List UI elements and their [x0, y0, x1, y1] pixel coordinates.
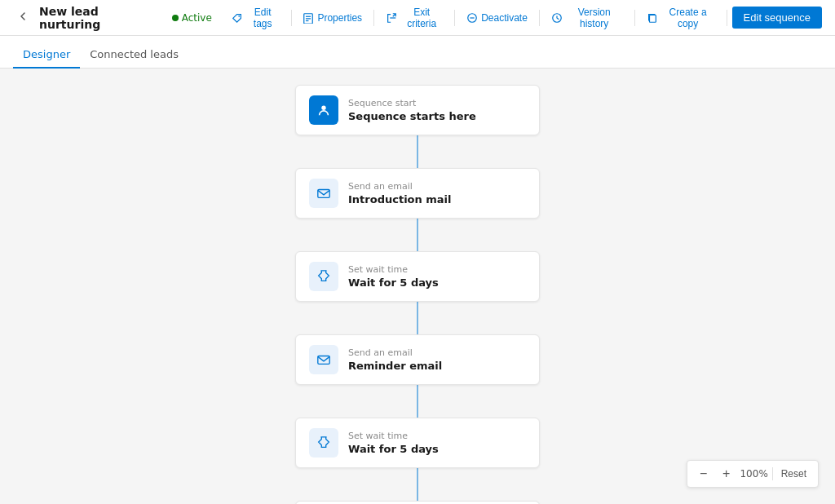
svg-point-0: [238, 15, 240, 16]
version-history-button[interactable]: Version history: [545, 3, 630, 33]
canvas: Sequence start Sequence starts here Send…: [0, 69, 835, 504]
zoom-decrease-button[interactable]: −: [694, 464, 714, 484]
deactivate-label: Deactivate: [481, 12, 528, 24]
sequence-flow: Sequence start Sequence starts here Send…: [0, 85, 835, 504]
svg-rect-12: [318, 356, 329, 365]
node-wait-2[interactable]: Set wait time Wait for 5 days: [295, 418, 540, 468]
active-label: Active: [182, 12, 212, 24]
active-badge: Active: [172, 12, 212, 24]
email-icon-2: [309, 345, 338, 374]
email-icon-1: [309, 179, 338, 208]
properties-label: Properties: [317, 12, 362, 24]
node-phone-call[interactable]: Make a phone call Call customer: [295, 501, 540, 504]
create-copy-button[interactable]: Create a copy: [640, 3, 722, 33]
connector-2: [417, 219, 418, 251]
deactivate-button[interactable]: Deactivate: [460, 9, 534, 27]
zoom-controls: − + 100% Reset: [687, 460, 819, 488]
svg-rect-11: [318, 190, 329, 198]
create-copy-label: Create a copy: [661, 7, 715, 29]
node-label-sequence-start: Sequence start: [348, 98, 526, 108]
svg-rect-9: [649, 15, 656, 22]
tab-designer[interactable]: Designer: [13, 40, 80, 69]
zoom-reset-button[interactable]: Reset: [776, 466, 811, 481]
exit-criteria-label: Exit criteria: [400, 7, 443, 29]
connector-4: [417, 385, 418, 418]
zoom-percentage: 100%: [740, 468, 769, 480]
node-title-wait-1: Wait for 5 days: [348, 276, 526, 289]
node-title-sequence-start: Sequence starts here: [348, 110, 526, 122]
node-send-email-1[interactable]: Send an email Introduction mail: [295, 168, 540, 219]
node-wait-1[interactable]: Set wait time Wait for 5 days: [295, 251, 540, 302]
node-title-email-2: Reminder email: [348, 360, 526, 372]
back-button[interactable]: [13, 7, 33, 29]
node-text-wait-1: Set wait time Wait for 5 days: [348, 264, 526, 289]
properties-button[interactable]: Properties: [296, 9, 369, 27]
start-icon: [309, 95, 338, 125]
top-bar-actions: Edit tags Properties Exit criteria: [225, 3, 822, 33]
edit-tags-label: Edit tags: [246, 7, 280, 29]
node-title-email-1: Introduction mail: [348, 193, 526, 206]
node-sequence-start[interactable]: Sequence start Sequence starts here: [295, 85, 540, 135]
version-history-label: Version history: [566, 7, 623, 29]
node-send-email-2[interactable]: Send an email Reminder email: [295, 334, 540, 385]
wait-icon-2: [309, 428, 338, 458]
active-dot: [172, 15, 179, 21]
node-text-wait-2: Set wait time Wait for 5 days: [348, 431, 526, 455]
svg-point-10: [321, 106, 325, 110]
connector-1: [417, 135, 418, 168]
tab-bar: Designer Connected leads: [0, 36, 835, 69]
node-text-sequence-start: Sequence start Sequence starts here: [348, 98, 526, 122]
exit-criteria-button[interactable]: Exit criteria: [379, 3, 449, 33]
edit-tags-button[interactable]: Edit tags: [225, 3, 286, 33]
wait-icon-1: [309, 262, 338, 291]
node-label-wait-2: Set wait time: [348, 431, 526, 441]
zoom-increase-button[interactable]: +: [717, 464, 736, 484]
node-label-email-2: Send an email: [348, 347, 526, 358]
node-label-email-1: Send an email: [348, 181, 526, 192]
app-title: New lead nurturing: [39, 5, 159, 31]
node-label-wait-1: Set wait time: [348, 264, 526, 275]
connector-3: [417, 302, 418, 334]
top-bar: New lead nurturing Active Edit tags Prop…: [0, 0, 835, 36]
connector-5: [417, 468, 418, 501]
node-text-email-1: Send an email Introduction mail: [348, 181, 526, 206]
edit-sequence-button[interactable]: Edit sequence: [732, 7, 822, 29]
node-text-email-2: Send an email Reminder email: [348, 347, 526, 372]
tab-connected-leads[interactable]: Connected leads: [80, 40, 188, 69]
zoom-divider: [772, 467, 773, 480]
node-title-wait-2: Wait for 5 days: [348, 443, 526, 455]
